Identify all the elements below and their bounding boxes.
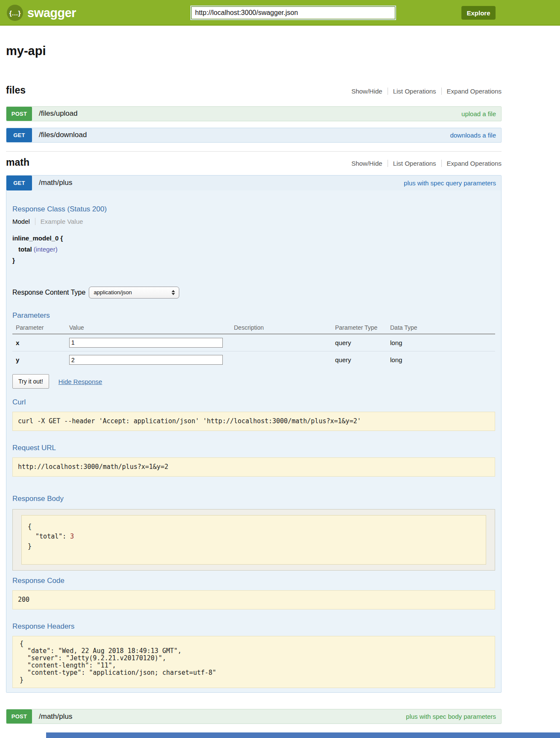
col-description: Description [230, 323, 332, 334]
page-title: my-api [6, 44, 502, 58]
operation-path[interactable]: /files/upload [39, 109, 78, 118]
tab-model[interactable]: Model [12, 218, 35, 225]
section-controls-math: Show/Hide List Operations Expand Operati… [346, 160, 502, 167]
operation-detail: Response Class (Status 200) Model Exampl… [6, 205, 501, 693]
section-header-math: math Show/Hide List Operations Expand Op… [6, 157, 502, 168]
model-property-name: total [18, 246, 32, 253]
bottom-stripe [46, 732, 560, 738]
response-body-json: { "total": 3 } [21, 515, 486, 565]
response-content-type-row: Response Content Type application/json [12, 287, 495, 299]
response-content-type-select[interactable]: application/json [89, 287, 179, 299]
method-badge-post: POST [6, 107, 32, 121]
model-close: } [12, 255, 495, 266]
response-headers-json: { "date": "Wed, 22 Aug 2018 18:49:13 GMT… [12, 636, 495, 688]
method-badge-get: GET [6, 176, 32, 190]
response-code-value: 200 [12, 590, 495, 609]
explore-button[interactable]: Explore [461, 6, 496, 20]
parameters-table: Parameter Value Description Parameter Ty… [12, 323, 495, 369]
operation-row-post-files-upload[interactable]: POST /files/upload upload a file [6, 106, 502, 121]
select-arrows-icon [172, 290, 175, 295]
param-type: query [332, 351, 387, 368]
param-description [230, 334, 332, 351]
json-close-brace: } [28, 542, 32, 550]
param-name: x [12, 334, 66, 351]
section-divider [6, 151, 502, 152]
operation-summary[interactable]: upload a file [461, 110, 496, 117]
param-data-type: long [387, 351, 495, 368]
curl-command: curl -X GET --header 'Accept: applicatio… [12, 412, 495, 431]
operation-block-get-math-plus: GET /math/plus plus with spec query para… [6, 175, 502, 693]
param-name: y [12, 351, 66, 368]
section-controls-files: Show/Hide List Operations Expand Operati… [346, 88, 502, 95]
col-parameter-type: Parameter Type [332, 323, 387, 334]
model-property: total (integer) [12, 244, 495, 255]
spec-url-input[interactable] [191, 6, 395, 19]
swagger-logo-text: swagger [27, 6, 76, 20]
model-tabs: Model Example Value [12, 218, 495, 225]
show-hide-link[interactable]: Show/Hide [346, 88, 388, 95]
method-badge-get: GET [6, 128, 32, 142]
operation-row-post-math-plus[interactable]: POST /math/plus plus with spec body para… [6, 709, 502, 724]
param-type: query [332, 334, 387, 351]
col-data-type: Data Type [387, 323, 495, 334]
response-code-title: Response Code [12, 577, 495, 585]
swagger-logo-icon: {…} [7, 5, 23, 21]
param-value-input-x[interactable] [69, 338, 223, 348]
param-row-x: x query long [12, 334, 495, 351]
response-class-title: Response Class (Status 200) [12, 205, 495, 214]
operation-row-get-files-download[interactable]: GET /files/download downloads a file [6, 128, 502, 143]
col-value: Value [66, 323, 230, 334]
response-content-type-label: Response Content Type [12, 289, 85, 296]
response-content-type-value: application/json [93, 289, 132, 296]
response-headers-title: Response Headers [12, 622, 495, 631]
swagger-brand: {…} swagger [7, 5, 76, 21]
header-bar: {…} swagger Explore [0, 0, 560, 26]
list-operations-link[interactable]: List Operations [388, 160, 441, 167]
section-header-files: files Show/Hide List Operations Expand O… [6, 85, 502, 96]
param-value-input-y[interactable] [69, 355, 223, 365]
json-number-value: 3 [70, 533, 74, 540]
request-url-value: http://localhost:3000/math/plus?x=1&y=2 [12, 457, 495, 477]
model-property-type: (integer) [34, 246, 58, 253]
section-title-math[interactable]: math [6, 157, 29, 168]
show-hide-link[interactable]: Show/Hide [346, 160, 388, 167]
method-badge-post: POST [6, 709, 32, 723]
response-body-title: Response Body [12, 495, 495, 503]
param-row-y: y query long [12, 351, 495, 368]
expand-operations-link[interactable]: Expand Operations [441, 160, 502, 167]
model-open: inline_model_0 { [12, 233, 495, 244]
section-title-files[interactable]: files [6, 85, 26, 96]
operation-path[interactable]: /math/plus [39, 179, 72, 187]
operation-path[interactable]: /files/download [39, 131, 87, 139]
request-url-title: Request URL [12, 444, 495, 452]
swagger-ui-page: {…} swagger Explore my-api files Show/Hi… [0, 0, 560, 738]
expand-operations-link[interactable]: Expand Operations [441, 88, 502, 95]
operation-summary[interactable]: plus with spec body parameters [406, 713, 496, 720]
tab-example-value[interactable]: Example Value [35, 218, 83, 225]
try-row: Try it out! Hide Response [12, 374, 495, 389]
param-description [230, 351, 332, 368]
operation-summary[interactable]: downloads a file [450, 132, 496, 139]
parameters-header-row: Parameter Value Description Parameter Ty… [12, 323, 495, 334]
try-it-out-button[interactable]: Try it out! [12, 374, 49, 389]
list-operations-link[interactable]: List Operations [388, 88, 441, 95]
operation-row-get-math-plus[interactable]: GET /math/plus plus with spec query para… [6, 176, 501, 190]
operation-summary[interactable]: plus with spec query parameters [404, 179, 496, 187]
model-signature: inline_model_0 { total (integer) } [12, 233, 495, 266]
hide-response-link[interactable]: Hide Response [58, 378, 102, 385]
param-data-type: long [387, 334, 495, 351]
operation-path[interactable]: /math/plus [39, 712, 72, 721]
json-key: "total": [28, 533, 70, 540]
parameters-title: Parameters [12, 311, 495, 320]
main-content: my-api files Show/Hide List Operations E… [6, 44, 502, 738]
json-open-brace: { [28, 523, 32, 530]
response-body-container: { "total": 3 } [12, 509, 495, 571]
curl-title: Curl [12, 398, 495, 407]
col-parameter: Parameter [12, 323, 66, 334]
